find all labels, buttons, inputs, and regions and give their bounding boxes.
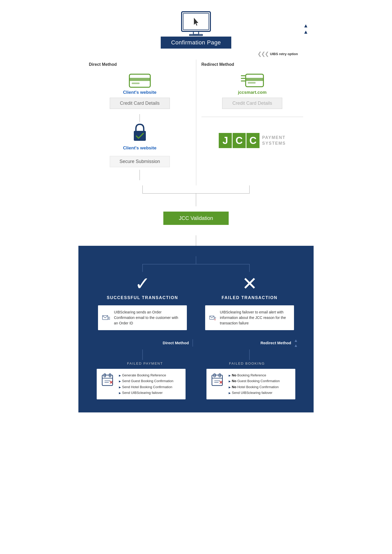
clients-website-secure: Client's website (123, 145, 157, 151)
jcc-logo: J C C PAYMENT SYSTEMS (219, 133, 286, 148)
credit-card-details-left: Credit Card Details (110, 98, 170, 109)
jcc-logo-area: J C C PAYMENT SYSTEMS (219, 125, 286, 156)
x-mark-icon: ✕ (242, 275, 257, 293)
jcc-validation-button[interactable]: JCC Validation (163, 212, 229, 225)
redirect-method-column: Redirect Method jccsmart.com Credit Card… (196, 60, 309, 185)
failed-cards-row: ▶ Generate Booking Reference ▶ Send Gues… (89, 369, 303, 399)
arrow-icon-b4: ▶ (229, 391, 231, 395)
success-column: ✓ SUCCESSFUL TRANSACTION UIBSclearing se… (89, 275, 196, 330)
successful-transaction-label: SUCCESSFUL TRANSACTION (107, 295, 178, 300)
direct-method-label: Direct Method (89, 62, 117, 67)
svg-rect-33 (212, 375, 222, 386)
list-item-3: ▶ Send Hotel Booking Confirmation (119, 384, 181, 390)
list-item-2: ▶ Send Guest Booking Confirmation (119, 378, 181, 384)
jcc-validation-area: JCC Validation (84, 212, 308, 235)
failed-labels-row: FAILED PAYMENT FAILED BOOKING (89, 361, 303, 366)
arrow-icon-b1: ▶ (229, 373, 231, 378)
computer-area: Confirmation Page (84, 10, 308, 49)
top-section: Confirmation Page ❮❮❮ UIBS retry option … (78, 0, 314, 246)
outcome-connector (89, 256, 303, 272)
bottom-up-arrows-icon: ▲ ▲ (294, 338, 298, 348)
failed-payment-card: ▶ Generate Booking Reference ▶ Send Gues… (97, 369, 186, 399)
failed-booking-col: ▶ No Booking Reference ▶ No Guest Bookin… (199, 369, 303, 399)
confirmation-label: Confirmation Page (171, 39, 221, 46)
email-failed-icon (209, 311, 216, 324)
failed-column: ✕ FAILED TRANSACTION UIBSclearing failov… (196, 275, 303, 330)
jcc-letter-c1: C (233, 133, 246, 148)
svg-rect-3 (189, 34, 203, 36)
clients-website-left: Client's website (123, 90, 157, 95)
svg-rect-7 (132, 83, 140, 84)
arrow-icon-1: ▶ (119, 373, 121, 378)
failed-payment-label: FAILED PAYMENT (127, 361, 163, 365)
lock-icon (131, 123, 149, 144)
two-column-layout: Direct Method Client's website Credit Ca… (84, 60, 308, 185)
secure-submission-box: Secure Submission (110, 156, 170, 167)
email-success-icon (102, 311, 110, 324)
retry-arrows-icon: ❮❮❮ (257, 51, 268, 57)
direct-method-bottom-label: Direct Method (163, 341, 189, 345)
systems-label: SYSTEMS (262, 141, 286, 146)
booking-list-item-2: ▶ No Guest Booking Confirmation (229, 378, 291, 384)
jcc-payment-text: PAYMENT SYSTEMS (262, 135, 286, 147)
credit-card-icon-right (240, 72, 264, 88)
failed-payment-list: ▶ Generate Booking Reference ▶ Send Gues… (119, 372, 181, 395)
jcc-letters: J C C (219, 133, 260, 148)
booking-success-icon (101, 372, 115, 387)
arrow-icon-3: ▶ (119, 385, 121, 389)
computer-icon (179, 10, 213, 37)
failed-payment-col: ▶ Generate Booking Reference ▶ Send Gues… (89, 369, 193, 399)
success-info-card: UIBSclearing sends an Order Confirmation… (98, 305, 187, 330)
svg-rect-14 (248, 82, 256, 84)
direct-method-column: Direct Method Client's website Credit Ca… (84, 60, 196, 185)
payment-label: PAYMENT (262, 135, 286, 141)
svg-rect-6 (129, 78, 150, 81)
list-item-4: ▶ Send UIBSclearing failover (119, 390, 181, 396)
arrow-icon-b3: ▶ (229, 385, 231, 389)
failed-booking-card: ▶ No Booking Reference ▶ No Guest Bookin… (206, 369, 295, 399)
redirect-method-label: Redirect Method (201, 62, 234, 67)
booking-list-item-4: ▶ Send UIBSclearing failover (229, 390, 291, 396)
failed-info-text: UIBSclearing failover to email alert wit… (220, 310, 290, 326)
failed-info-card: UIBSclearing failover to email alert wit… (205, 305, 294, 330)
redirect-method-bottom-label: Redirect Method (261, 341, 291, 345)
checkmark-icon: ✓ (135, 275, 150, 293)
arrow-icon-2: ▶ (119, 379, 121, 383)
arrow-icon-4: ▶ (119, 391, 121, 395)
method-divider-row: Direct Method Redirect Method ▲ ▲ (89, 338, 303, 348)
arrow-icon-b2: ▶ (229, 379, 231, 383)
outcome-columns: ✓ SUCCESSFUL TRANSACTION UIBSclearing se… (89, 275, 303, 330)
booking-list-item-3: ▶ No Hotel Booking Confirmation (229, 384, 291, 390)
svg-marker-4 (194, 18, 198, 26)
bottom-connector (89, 349, 303, 360)
failed-transaction-label: FAILED TRANSACTION (222, 295, 278, 300)
svg-rect-25 (102, 375, 113, 386)
bottom-section: ✓ SUCCESSFUL TRANSACTION UIBSclearing se… (78, 246, 314, 412)
failed-booking-list: ▶ No Booking Reference ▶ No Guest Bookin… (229, 372, 291, 395)
up-arrows-icon: ▲ ▲ (303, 22, 308, 35)
svg-point-24 (215, 319, 215, 320)
credit-card-details-right: Credit Card Details (222, 98, 282, 109)
svg-rect-8 (134, 131, 146, 141)
booking-failed-icon (211, 372, 225, 387)
connector-area (84, 185, 308, 206)
list-item-1: ▶ Generate Booking Reference (119, 372, 181, 378)
svg-rect-13 (246, 78, 263, 81)
booking-list-item-1: ▶ No Booking Reference (229, 372, 291, 378)
jcc-letter-c2: C (246, 133, 260, 148)
jccsmart-label: jccsmart.com (238, 90, 267, 95)
jcc-letter-j: J (219, 133, 232, 148)
credit-card-icon-left (128, 72, 152, 88)
success-info-text: UIBSclearing sends an Order Confirmation… (114, 310, 183, 326)
retry-label: UIBS retry option (270, 52, 298, 56)
failed-booking-label: FAILED BOOKING (229, 361, 265, 365)
confirmation-box: Confirmation Page (161, 37, 232, 49)
